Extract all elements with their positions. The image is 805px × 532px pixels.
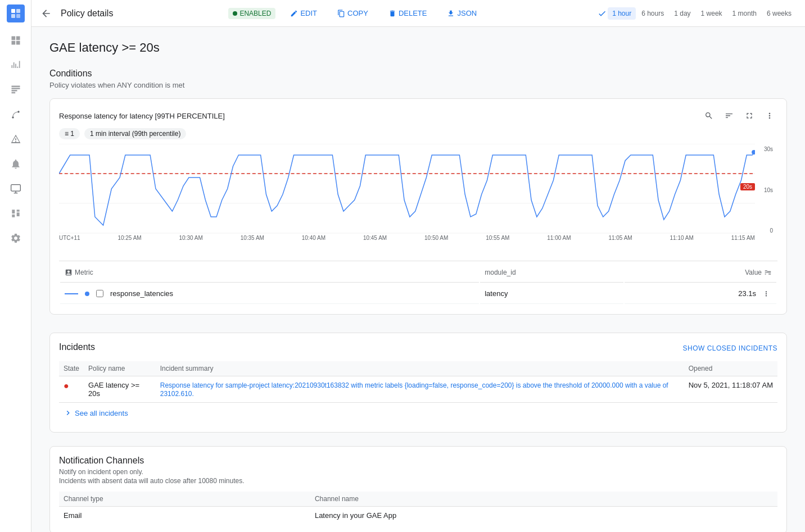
metric-value-cell: 23.1s <box>625 284 776 304</box>
x-label-2: 10:30 AM <box>179 235 203 241</box>
notification-section: Notification Channels Notify on incident… <box>49 446 787 532</box>
incidents-col-policy: Policy name <box>84 361 156 376</box>
delete-button[interactable]: DELETE <box>383 7 433 20</box>
x-label-7: 10:55 AM <box>486 235 509 241</box>
x-label-8: 11:00 AM <box>547 235 571 241</box>
incidents-section: Incidents SHOW CLOSED INCIDENTS State Po… <box>49 333 787 433</box>
metric-row: response_latencies latency 23.1s <box>60 284 776 304</box>
col-module-id: module_id <box>480 262 623 283</box>
notif-name-cell: Latency in your GAE App <box>310 507 777 525</box>
sidebar-icon-traces[interactable] <box>4 103 27 126</box>
chart-search-button[interactable] <box>701 108 717 124</box>
incidents-col-state: State <box>59 361 84 376</box>
json-button[interactable]: JSON <box>441 7 482 20</box>
sidebar-icon-notifications[interactable] <box>4 153 27 175</box>
chart-legend: ≡ 1 1 min interval (99th percentile) <box>59 128 777 139</box>
y-label-30s: 30s <box>757 146 773 152</box>
incidents-header: Incidents SHOW CLOSED INCIDENTS <box>59 342 777 354</box>
svg-point-4 <box>12 116 13 118</box>
sidebar-icon-dashboard[interactable] <box>4 29 27 52</box>
x-label-6: 10:50 AM <box>424 235 448 241</box>
see-all-cell: See all incidents <box>59 403 777 424</box>
x-label-3: 10:35 AM <box>241 235 264 241</box>
app-logo <box>7 4 25 22</box>
svg-rect-6 <box>11 185 20 192</box>
metric-more-button[interactable] <box>761 288 772 299</box>
chart-more-button[interactable] <box>762 108 777 124</box>
svg-rect-0 <box>11 9 15 13</box>
y-label-0: 0 <box>757 228 773 234</box>
chart-area: 30s 10s 0 20s <box>59 144 777 256</box>
notification-table: Channel type Channel name Email Latency … <box>59 492 777 524</box>
col-value: Value <box>625 262 776 283</box>
threshold-label: 20s <box>740 183 755 190</box>
sidebar-icon-alerting[interactable] <box>4 128 27 151</box>
sidebar-icon-logs[interactable] <box>4 79 27 101</box>
time-6weeks[interactable]: 6 weeks <box>762 7 796 20</box>
chart-header: Response latency for latency [99TH PERCE… <box>59 108 777 124</box>
x-label-10: 11:10 AM <box>670 235 694 241</box>
svg-point-12 <box>752 150 755 154</box>
content-area: GAE latency >= 20s Conditions Policy vio… <box>31 27 805 532</box>
conditions-subtitle: Policy violates when ANY condition is me… <box>49 81 787 89</box>
incident-summary-cell: Response latency for sample-project late… <box>156 376 684 403</box>
show-closed-link[interactable]: SHOW CLOSED INCIDENTS <box>682 344 777 352</box>
incident-state-cell: ● <box>59 376 84 403</box>
time-1week[interactable]: 1 week <box>697 7 727 20</box>
incidents-title: Incidents <box>59 342 95 352</box>
time-1day[interactable]: 1 day <box>670 7 695 20</box>
time-1month[interactable]: 1 month <box>728 7 761 20</box>
status-dot <box>233 11 237 16</box>
chart-actions <box>701 108 777 124</box>
sidebar-icon-metrics[interactable] <box>4 54 27 76</box>
edit-button[interactable]: EDIT <box>284 7 323 20</box>
main-area: Policy details ENABLED EDIT COPY DELETE … <box>31 0 805 532</box>
sidebar-icon-uptime[interactable] <box>4 178 27 200</box>
notif-col-type: Channel type <box>59 492 310 507</box>
x-label-0: UTC+11 <box>59 235 80 241</box>
auto-close-text: Incidents with absent data will auto clo… <box>59 477 777 485</box>
sidebar-icon-settings[interactable] <box>4 227 27 249</box>
y-label-10s: 10s <box>757 187 773 193</box>
svg-rect-1 <box>16 9 20 13</box>
metric-module-cell: latency <box>480 284 623 304</box>
col-metric: Metric <box>60 262 479 283</box>
copy-button[interactable]: COPY <box>332 7 374 20</box>
x-label-11: 11:15 AM <box>731 235 755 241</box>
notif-type-cell: Email <box>59 507 310 525</box>
filter-chip[interactable]: ≡ 1 <box>59 128 80 139</box>
topbar: Policy details ENABLED EDIT COPY DELETE … <box>31 0 805 27</box>
notification-row: Email Latency in your GAE App <box>59 507 777 525</box>
series-checkbox[interactable] <box>96 290 103 297</box>
chart-svg <box>59 144 755 234</box>
notif-col-name: Channel name <box>310 492 777 507</box>
status-label: ENABLED <box>239 10 271 17</box>
x-label-9: 11:05 AM <box>608 235 632 241</box>
see-all-row: See all incidents <box>59 403 777 424</box>
incident-summary-link[interactable]: Response latency for sample-project late… <box>160 381 668 398</box>
time-6hours[interactable]: 6 hours <box>637 7 668 20</box>
incident-opened-cell: Nov 5, 2021, 11:18:07 AM <box>684 376 777 403</box>
notification-title: Notification Channels <box>59 456 777 466</box>
x-label-4: 10:40 AM <box>302 235 325 241</box>
incident-policy-cell: GAE latency >= 20s <box>84 376 156 403</box>
incidents-table: State Policy name Incident summary Opene… <box>59 361 777 423</box>
time-1hour[interactable]: 1 hour <box>608 7 636 20</box>
notify-text: Notify on incident open only. <box>59 468 777 476</box>
svg-rect-2 <box>11 14 15 18</box>
see-all-incidents-link[interactable]: See all incidents <box>64 408 773 417</box>
chart-filter-button[interactable] <box>721 108 737 124</box>
metric-name-cell: response_latencies <box>60 284 479 304</box>
series-dot-icon <box>85 292 89 296</box>
back-button[interactable] <box>40 8 52 19</box>
status-badge: ENABLED <box>228 8 275 19</box>
metric-table: Metric module_id Value <box>59 261 777 305</box>
page-title: Policy details <box>61 8 113 19</box>
incident-row: ● GAE latency >= 20s Response latency fo… <box>59 376 777 403</box>
chart-expand-button[interactable] <box>741 108 757 124</box>
incidents-col-summary: Incident summary <box>156 361 684 376</box>
sidebar <box>0 0 31 532</box>
time-range-bar: 1 hour 6 hours 1 day 1 week 1 month 6 we… <box>598 7 796 20</box>
sidebar-icon-dashboards2[interactable] <box>4 202 27 225</box>
conditions-title: Conditions <box>49 69 787 79</box>
